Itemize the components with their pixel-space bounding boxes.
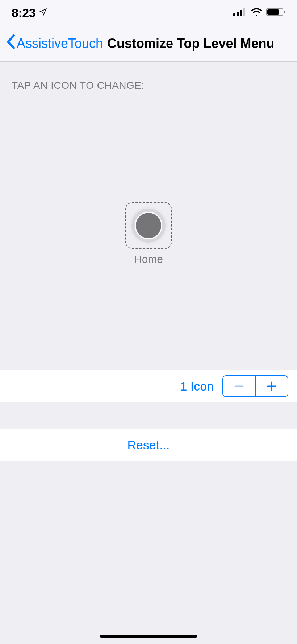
home-indicator [100, 635, 197, 638]
icon-tile-home[interactable]: Home [125, 202, 172, 265]
icon-slot [125, 202, 172, 249]
icon-count-row: 1 Icon [0, 370, 297, 402]
location-icon [39, 8, 47, 17]
page-title: Customize Top Level Menu [107, 36, 274, 51]
chevron-left-icon [6, 34, 15, 53]
status-bar: 8:23 [0, 0, 297, 25]
stepper-plus-button[interactable] [256, 376, 288, 396]
nav-bar: AssistiveTouch Customize Top Level Menu [0, 25, 297, 62]
status-time: 8:23 [12, 6, 35, 20]
battery-icon [266, 8, 285, 18]
back-label: AssistiveTouch [17, 36, 103, 51]
section-header: TAP AN ICON TO CHANGE: [0, 62, 297, 98]
wifi-icon [251, 8, 262, 18]
status-right [233, 8, 285, 18]
svg-rect-0 [233, 13, 235, 16]
back-button[interactable]: AssistiveTouch [6, 34, 103, 53]
reset-button[interactable]: Reset... [0, 429, 297, 461]
icon-count-stepper [222, 375, 288, 397]
svg-rect-2 [240, 10, 242, 16]
reset-label: Reset... [127, 438, 170, 452]
status-left: 8:23 [12, 6, 47, 20]
icon-label: Home [134, 253, 163, 265]
svg-rect-1 [237, 12, 239, 16]
svg-rect-6 [284, 11, 285, 13]
home-button-icon [129, 206, 168, 245]
svg-rect-5 [267, 9, 279, 15]
cellular-icon [233, 8, 247, 18]
icon-grid: Home [0, 98, 297, 370]
stepper-minus-button[interactable] [223, 376, 255, 396]
svg-rect-3 [243, 8, 245, 16]
icon-count-label: 1 Icon [180, 379, 214, 393]
